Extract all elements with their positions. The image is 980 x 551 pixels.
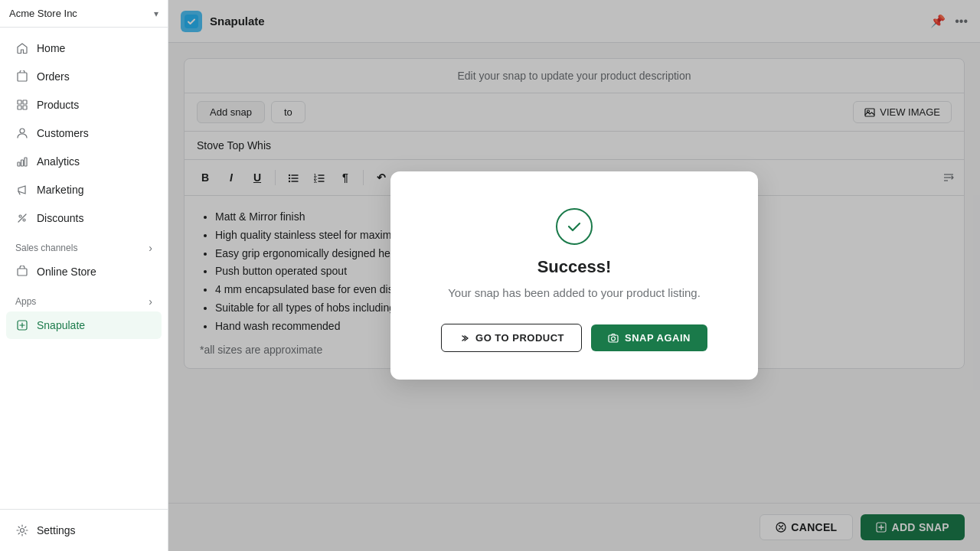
snapulate-icon xyxy=(15,318,29,332)
svg-point-10 xyxy=(23,219,25,221)
sidebar-item-customers-label: Customers xyxy=(37,127,89,139)
svg-point-35 xyxy=(612,337,616,341)
svg-rect-1 xyxy=(18,100,21,104)
go-to-product-label: GO TO PRODUCT xyxy=(475,332,564,344)
sales-channels-label: Sales channels xyxy=(15,243,77,253)
sidebar-item-products[interactable]: Products xyxy=(6,91,162,119)
snap-again-button[interactable]: SNAP AGAIN xyxy=(591,324,707,351)
sidebar-item-marketing-label: Marketing xyxy=(37,184,83,196)
apps-label: Apps xyxy=(15,296,36,307)
home-icon xyxy=(15,41,29,55)
sidebar-item-online-store[interactable]: Online Store xyxy=(6,258,162,285)
sidebar-item-online-store-label: Online Store xyxy=(37,266,96,278)
checkmark-icon xyxy=(565,217,583,236)
go-to-product-icon xyxy=(459,333,469,344)
customers-icon xyxy=(15,126,29,140)
svg-rect-4 xyxy=(23,106,27,109)
modal-title: Success! xyxy=(537,257,612,277)
svg-point-9 xyxy=(19,215,21,217)
snap-again-label: SNAP AGAIN xyxy=(625,332,691,344)
svg-point-5 xyxy=(20,129,24,133)
sidebar-footer: Settings xyxy=(0,509,168,551)
svg-point-13 xyxy=(21,529,24,533)
chevron-down-icon: ▾ xyxy=(154,8,158,19)
modal-actions: GO TO PRODUCT SNAP AGAIN xyxy=(441,324,707,352)
sidebar-item-settings-label: Settings xyxy=(37,524,76,536)
svg-rect-6 xyxy=(18,162,20,166)
sidebar-item-orders-label: Orders xyxy=(37,70,70,83)
sidebar-item-snapulate-label: Snapulate xyxy=(37,319,85,331)
sidebar-item-discounts-label: Discounts xyxy=(37,212,83,224)
success-modal: Success! Your snap has been added to you… xyxy=(390,171,758,380)
sidebar-item-home[interactable]: Home xyxy=(6,34,162,62)
svg-rect-0 xyxy=(18,73,27,81)
apps-section: Apps › xyxy=(0,286,168,311)
sidebar-item-settings[interactable]: Settings xyxy=(6,517,162,544)
analytics-icon xyxy=(15,155,29,168)
apps-chevron-icon: › xyxy=(149,295,152,308)
marketing-icon xyxy=(15,183,29,197)
svg-rect-2 xyxy=(23,100,27,104)
discounts-icon xyxy=(15,211,29,225)
sidebar-item-discounts[interactable]: Discounts xyxy=(6,204,162,232)
store-name: Acme Store Inc xyxy=(9,8,148,19)
camera-icon xyxy=(608,333,619,344)
orders-icon xyxy=(15,70,29,83)
svg-rect-3 xyxy=(18,106,21,109)
main-content: Snapulate 📌 ••• Edit your snap to update… xyxy=(168,0,980,551)
sidebar-item-snapulate[interactable]: Snapulate xyxy=(6,311,162,339)
svg-rect-8 xyxy=(24,158,27,166)
svg-rect-7 xyxy=(21,160,24,166)
go-to-product-button[interactable]: GO TO PRODUCT xyxy=(441,324,582,352)
modal-overlay: Success! Your snap has been added to you… xyxy=(168,0,980,551)
modal-body: Your snap has been added to your product… xyxy=(448,286,701,299)
products-icon xyxy=(15,98,29,112)
store-selector[interactable]: Acme Store Inc ▾ xyxy=(0,0,168,28)
sidebar-item-marketing[interactable]: Marketing xyxy=(6,176,162,204)
sidebar-item-home-label: Home xyxy=(37,42,65,54)
sidebar-item-customers[interactable]: Customers xyxy=(6,119,162,147)
sales-channels-chevron-icon: › xyxy=(149,242,152,254)
online-store-icon xyxy=(15,265,29,279)
sidebar: Acme Store Inc ▾ Home Orders xyxy=(0,0,168,551)
success-icon xyxy=(556,208,593,245)
sidebar-item-analytics[interactable]: Analytics xyxy=(6,148,162,175)
svg-rect-34 xyxy=(609,335,618,342)
svg-rect-11 xyxy=(18,269,27,276)
sidebar-item-analytics-label: Analytics xyxy=(37,155,80,168)
sidebar-item-products-label: Products xyxy=(37,99,79,111)
settings-icon xyxy=(15,523,29,537)
sidebar-nav: Home Orders Products xyxy=(0,28,168,509)
sales-channels-section: Sales channels › xyxy=(0,233,168,257)
sidebar-item-orders[interactable]: Orders xyxy=(6,63,162,90)
